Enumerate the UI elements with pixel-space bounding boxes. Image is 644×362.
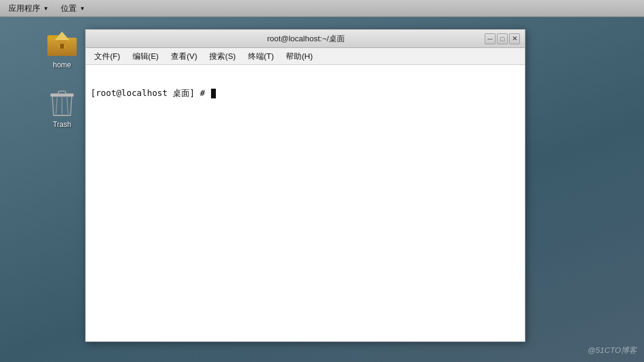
close-icon: ✕ [512,35,518,43]
minimize-button[interactable]: ─ [485,33,496,44]
terminal-content[interactable]: [root@localhost 桌面] # [86,65,525,341]
terminal-cursor [211,89,216,98]
menu-help[interactable]: 帮助(H) [280,49,319,64]
svg-rect-5 [60,44,64,49]
terminal-window-title: root@localhost:~/桌面 [127,33,485,44]
trash-icon-label: Trash [53,120,71,129]
desktop-icon-trash[interactable]: Trash [38,85,86,132]
top-menubar: 应用程序 ▼ 位置 ▼ [0,0,644,17]
topbar-applications-label: 应用程序 [9,3,40,14]
svg-rect-10 [58,91,66,94]
menu-view[interactable]: 查看(V) [165,49,203,64]
terminal-prompt-line: [root@localhost 桌面] # [91,88,520,99]
topbar-places[interactable]: 位置 ▼ [55,1,91,16]
watermark: @51CTO博客 [587,345,637,356]
desktop-icon-home[interactable]: home [38,23,86,73]
home-folder-icon [46,27,78,58]
maximize-button[interactable]: □ [497,33,508,44]
svg-rect-11 [54,115,71,116]
menu-terminal[interactable]: 终端(T) [242,49,280,64]
menu-edit[interactable]: 编辑(E) [126,49,165,64]
window-controls: ─ □ ✕ [485,33,520,44]
terminal-prompt-text: [root@localhost 桌面] # [91,88,210,99]
trash-can-icon [49,89,75,118]
terminal-window: root@localhost:~/桌面 ─ □ ✕ 文件(F) 编辑(E) [85,29,525,342]
menu-file[interactable]: 文件(F) [88,49,126,64]
terminal-menubar: 文件(F) 编辑(E) 查看(V) 搜索(S) 终端(T) 帮助(H) [86,48,525,65]
maximize-icon: □ [500,35,505,43]
home-icon-label: home [53,61,71,69]
svg-line-6 [56,97,57,114]
close-button[interactable]: ✕ [509,33,520,44]
topbar-places-arrow: ▼ [80,5,85,12]
topbar-applications[interactable]: 应用程序 ▼ [2,1,55,16]
minimize-icon: ─ [488,35,493,43]
topbar-places-label: 位置 [61,3,77,14]
svg-line-8 [67,97,68,114]
terminal-titlebar: root@localhost:~/桌面 ─ □ ✕ [86,30,525,48]
menu-search[interactable]: 搜索(S) [203,49,241,64]
topbar-applications-arrow: ▼ [43,5,49,12]
